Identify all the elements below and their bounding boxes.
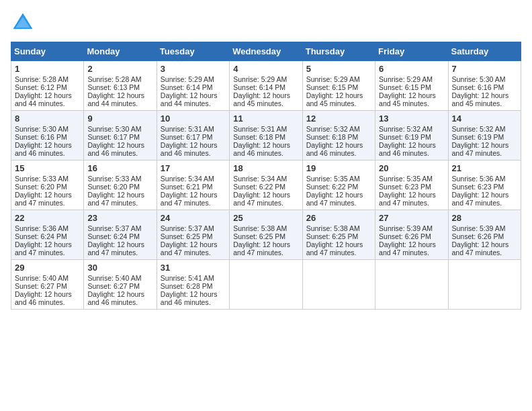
day-number: 2 xyxy=(87,64,152,74)
week-row-5: 29Sunrise: 5:40 AMSunset: 6:27 PMDayligh… xyxy=(11,260,521,310)
day-number: 5 xyxy=(306,64,371,74)
sunset-label: Sunset: 6:27 PM xyxy=(15,282,67,290)
calendar-cell xyxy=(448,260,521,310)
sunset-label: Sunset: 6:12 PM xyxy=(15,83,67,91)
daylight-label: Daylight: 12 hours and 45 minutes. xyxy=(233,91,290,107)
calendar-cell: 16Sunrise: 5:33 AMSunset: 6:20 PMDayligh… xyxy=(84,161,157,210)
calendar-cell: 9Sunrise: 5:30 AMSunset: 6:17 PMDaylight… xyxy=(84,111,157,161)
sunrise-label: Sunrise: 5:35 AM xyxy=(306,175,360,183)
week-row-2: 8Sunrise: 5:30 AMSunset: 6:16 PMDaylight… xyxy=(11,111,521,161)
sunset-label: Sunset: 6:21 PM xyxy=(161,183,213,191)
daylight-label: Daylight: 12 hours and 47 minutes. xyxy=(452,240,509,257)
day-number: 14 xyxy=(452,113,517,124)
day-number: 19 xyxy=(306,163,371,173)
header-monday: Monday xyxy=(84,42,157,61)
sunrise-label: Sunrise: 5:34 AM xyxy=(233,175,287,183)
sunrise-label: Sunrise: 5:28 AM xyxy=(15,75,69,83)
sunrise-label: Sunrise: 5:41 AM xyxy=(161,274,214,282)
calendar-cell: 24Sunrise: 5:37 AMSunset: 6:25 PMDayligh… xyxy=(157,210,229,260)
sunrise-label: Sunrise: 5:30 AM xyxy=(87,125,141,133)
header-friday: Friday xyxy=(375,42,448,61)
calendar-table: SundayMondayTuesdayWednesdayThursdayFrid… xyxy=(11,42,521,310)
calendar-cell: 29Sunrise: 5:40 AMSunset: 6:27 PMDayligh… xyxy=(11,260,84,310)
day-number: 10 xyxy=(161,113,226,124)
daylight-label: Daylight: 12 hours and 47 minutes. xyxy=(15,240,72,257)
daylight-label: Daylight: 12 hours and 47 minutes. xyxy=(379,191,436,207)
calendar-cell: 15Sunrise: 5:33 AMSunset: 6:20 PMDayligh… xyxy=(11,161,84,210)
day-number: 15 xyxy=(15,163,80,173)
calendar-cell: 21Sunrise: 5:36 AMSunset: 6:23 PMDayligh… xyxy=(448,161,521,210)
calendar-cell: 13Sunrise: 5:32 AMSunset: 6:19 PMDayligh… xyxy=(375,111,448,161)
sunset-label: Sunset: 6:23 PM xyxy=(452,183,504,191)
sunrise-label: Sunrise: 5:37 AM xyxy=(161,224,214,232)
header-row: SundayMondayTuesdayWednesdayThursdayFrid… xyxy=(11,42,521,61)
day-number: 21 xyxy=(452,163,517,173)
daylight-label: Daylight: 12 hours and 47 minutes. xyxy=(379,240,436,257)
calendar-cell: 2Sunrise: 5:28 AMSunset: 6:13 PMDaylight… xyxy=(84,61,157,111)
daylight-label: Daylight: 12 hours and 46 minutes. xyxy=(233,141,290,157)
sunrise-label: Sunrise: 5:40 AM xyxy=(15,274,69,282)
sunrise-label: Sunrise: 5:34 AM xyxy=(161,175,214,183)
calendar-cell xyxy=(230,260,302,310)
day-number: 23 xyxy=(87,213,152,223)
page-header xyxy=(11,11,521,35)
sunrise-label: Sunrise: 5:36 AM xyxy=(452,175,506,183)
sunrise-label: Sunrise: 5:29 AM xyxy=(306,75,360,83)
calendar-cell: 20Sunrise: 5:35 AMSunset: 6:23 PMDayligh… xyxy=(375,161,448,210)
header-saturday: Saturday xyxy=(448,42,521,61)
sunrise-label: Sunrise: 5:28 AM xyxy=(87,75,141,83)
sunset-label: Sunset: 6:24 PM xyxy=(15,232,67,240)
sunset-label: Sunset: 6:14 PM xyxy=(161,83,213,91)
calendar-cell: 25Sunrise: 5:38 AMSunset: 6:25 PMDayligh… xyxy=(230,210,302,260)
sunrise-label: Sunrise: 5:30 AM xyxy=(452,75,506,83)
day-number: 27 xyxy=(379,213,444,223)
day-number: 20 xyxy=(379,163,444,173)
day-number: 1 xyxy=(15,64,80,74)
sunrise-label: Sunrise: 5:31 AM xyxy=(233,125,287,133)
sunset-label: Sunset: 6:26 PM xyxy=(452,232,504,240)
daylight-label: Daylight: 12 hours and 46 minutes. xyxy=(87,141,144,157)
sunrise-label: Sunrise: 5:39 AM xyxy=(379,224,433,232)
day-number: 11 xyxy=(233,113,298,124)
daylight-label: Daylight: 12 hours and 44 minutes. xyxy=(15,91,72,107)
daylight-label: Daylight: 12 hours and 44 minutes. xyxy=(87,91,144,107)
sunrise-label: Sunrise: 5:29 AM xyxy=(233,75,287,83)
daylight-label: Daylight: 12 hours and 46 minutes. xyxy=(87,290,144,306)
sunset-label: Sunset: 6:20 PM xyxy=(15,183,67,191)
day-number: 31 xyxy=(161,263,226,273)
day-number: 30 xyxy=(87,263,152,273)
daylight-label: Daylight: 12 hours and 47 minutes. xyxy=(161,240,218,257)
day-number: 16 xyxy=(87,163,152,173)
calendar-cell: 12Sunrise: 5:32 AMSunset: 6:18 PMDayligh… xyxy=(302,111,375,161)
sunset-label: Sunset: 6:24 PM xyxy=(87,232,140,240)
day-number: 24 xyxy=(161,213,226,223)
sunset-label: Sunset: 6:15 PM xyxy=(379,83,431,91)
sunset-label: Sunset: 6:17 PM xyxy=(161,133,213,141)
sunset-label: Sunset: 6:16 PM xyxy=(15,133,67,141)
day-number: 22 xyxy=(15,213,80,223)
calendar-cell: 28Sunrise: 5:39 AMSunset: 6:26 PMDayligh… xyxy=(448,210,521,260)
daylight-label: Daylight: 12 hours and 44 minutes. xyxy=(161,91,218,107)
calendar-cell: 17Sunrise: 5:34 AMSunset: 6:21 PMDayligh… xyxy=(157,161,229,210)
sunset-label: Sunset: 6:15 PM xyxy=(306,83,359,91)
day-number: 12 xyxy=(306,113,371,124)
sunset-label: Sunset: 6:19 PM xyxy=(452,133,504,141)
calendar-cell: 1Sunrise: 5:28 AMSunset: 6:12 PMDaylight… xyxy=(11,61,84,111)
calendar-cell: 6Sunrise: 5:29 AMSunset: 6:15 PMDaylight… xyxy=(375,61,448,111)
sunrise-label: Sunrise: 5:38 AM xyxy=(233,224,287,232)
day-number: 8 xyxy=(15,113,80,124)
sunset-label: Sunset: 6:14 PM xyxy=(233,83,285,91)
daylight-label: Daylight: 12 hours and 46 minutes. xyxy=(15,141,72,157)
header-sunday: Sunday xyxy=(11,42,84,61)
sunset-label: Sunset: 6:20 PM xyxy=(87,183,140,191)
daylight-label: Daylight: 12 hours and 47 minutes. xyxy=(306,240,363,257)
sunrise-label: Sunrise: 5:32 AM xyxy=(452,125,506,133)
daylight-label: Daylight: 12 hours and 47 minutes. xyxy=(452,141,509,157)
calendar-cell: 18Sunrise: 5:34 AMSunset: 6:22 PMDayligh… xyxy=(230,161,302,210)
week-row-4: 22Sunrise: 5:36 AMSunset: 6:24 PMDayligh… xyxy=(11,210,521,260)
header-thursday: Thursday xyxy=(302,42,375,61)
week-row-1: 1Sunrise: 5:28 AMSunset: 6:12 PMDaylight… xyxy=(11,61,521,111)
calendar-cell: 7Sunrise: 5:30 AMSunset: 6:16 PMDaylight… xyxy=(448,61,521,111)
daylight-label: Daylight: 12 hours and 46 minutes. xyxy=(306,141,363,157)
daylight-label: Daylight: 12 hours and 46 minutes. xyxy=(161,141,218,157)
